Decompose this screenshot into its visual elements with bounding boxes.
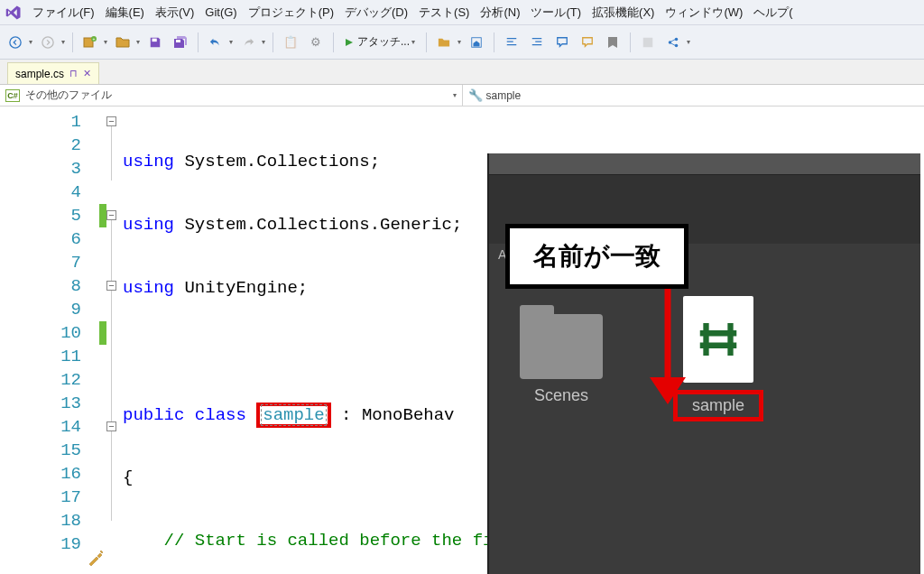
context-member-label: sample — [486, 89, 522, 102]
attach-button[interactable]: アタッチ... ▾ — [341, 32, 419, 51]
tab-row: sample.cs ⊓ ✕ — [0, 60, 924, 85]
menu-file[interactable]: ファイル(F) — [32, 5, 95, 21]
chevron-down-icon[interactable]: ▾ — [104, 38, 107, 46]
close-icon[interactable]: ✕ — [83, 68, 91, 79]
context-scope-dropdown[interactable]: C# その他のファイル ▾ — [0, 85, 463, 106]
menu-analyze[interactable]: 分析(N) — [480, 5, 520, 21]
annotation-callout: 名前が一致 — [505, 224, 688, 289]
chevron-down-icon[interactable]: ▾ — [687, 38, 690, 46]
fold-toggle[interactable]: − — [106, 421, 116, 431]
asset-label: Scenes — [534, 386, 588, 405]
outdent-button[interactable] — [527, 32, 547, 52]
nav-forward-button[interactable] — [38, 32, 58, 52]
annotation-arrow-icon — [632, 278, 704, 413]
csharp-icon: C# — [5, 89, 20, 102]
file-tab[interactable]: sample.cs ⊓ ✕ — [7, 62, 99, 84]
chevron-down-icon[interactable]: ▾ — [229, 38, 233, 46]
paste-button[interactable]: 📋 — [281, 32, 300, 52]
bookmark-button[interactable] — [603, 32, 623, 52]
chevron-down-icon[interactable]: ▾ — [29, 38, 32, 46]
asset-folder-scenes[interactable]: Scenes — [507, 314, 615, 421]
svg-rect-6 — [176, 40, 180, 42]
menu-bar: ファイル(F) 編集(E) 表示(V) Git(G) プロジェクト(P) デバッ… — [0, 0, 924, 25]
chevron-down-icon: ▾ — [411, 38, 415, 46]
home-button[interactable] — [467, 32, 486, 52]
fold-toggle[interactable]: − — [106, 210, 116, 220]
chevron-down-icon[interactable]: ▾ — [61, 38, 65, 46]
save-button[interactable] — [145, 32, 165, 52]
folder-button[interactable] — [434, 32, 454, 52]
outline-gutter: − − − − — [106, 106, 123, 574]
unity-asset-grid: Scenes sample — [489, 269, 920, 421]
menu-git[interactable]: Git(G) — [205, 5, 236, 19]
context-scope-label: その他のファイル — [25, 88, 112, 103]
chevron-down-icon: ▾ — [453, 91, 457, 99]
indent-button[interactable] — [502, 32, 522, 52]
menu-debug[interactable]: デバッグ(D) — [345, 5, 408, 21]
new-project-button[interactable]: + — [80, 32, 100, 52]
change-bar — [99, 106, 106, 574]
chevron-down-icon[interactable]: ▾ — [262, 38, 265, 46]
tab-filename: sample.cs — [15, 68, 64, 80]
svg-rect-5 — [152, 38, 157, 42]
toolbar: ▾ ▾ + ▾ ▾ ▾ ▾ 📋 ⚙ アタッチ... ▾ ▾ ▾ — [0, 25, 924, 60]
attach-label: アタッチ... — [357, 34, 410, 50]
menu-window[interactable]: ウィンドウ(W) — [665, 5, 743, 21]
chevron-down-icon[interactable]: ▾ — [136, 38, 140, 46]
comment-button[interactable] — [552, 32, 572, 52]
share-button[interactable] — [663, 32, 683, 52]
svg-text:+: + — [93, 36, 96, 42]
menu-project[interactable]: プロジェクト(P) — [248, 5, 334, 21]
nav-back-button[interactable] — [5, 32, 25, 52]
menu-help[interactable]: ヘルプ( — [753, 5, 792, 21]
uncomment-button[interactable] — [578, 32, 597, 52]
line-number-gutter: 12345678910111213141516171819 — [0, 106, 99, 574]
menu-test[interactable]: テスト(S) — [419, 5, 469, 21]
fold-toggle[interactable]: − — [106, 281, 116, 291]
folder-icon — [520, 314, 603, 379]
menu-extensions[interactable]: 拡張機能(X) — [592, 5, 654, 21]
context-bar: C# その他のファイル ▾ 🔧 sample — [0, 85, 924, 106]
unity-project-panel: As Scenes sample — [487, 153, 920, 574]
context-member-dropdown[interactable]: 🔧 sample — [463, 85, 925, 106]
svg-point-0 — [10, 36, 21, 47]
highlighted-classname: sample — [256, 403, 330, 428]
play-icon — [345, 38, 354, 47]
team-button[interactable] — [638, 32, 658, 52]
redo-button[interactable] — [238, 32, 258, 52]
config-button[interactable]: ⚙ — [306, 32, 326, 52]
menu-tools[interactable]: ツール(T) — [531, 5, 581, 21]
menu-edit[interactable]: 編集(E) — [106, 5, 144, 21]
undo-button[interactable] — [206, 32, 226, 52]
open-button[interactable] — [113, 32, 133, 52]
svg-point-1 — [42, 36, 53, 47]
wrench-icon: 🔧 — [468, 88, 483, 102]
screwdriver-icon[interactable] — [87, 549, 105, 567]
save-all-button[interactable] — [171, 32, 190, 52]
unity-tab-bar — [489, 153, 920, 175]
pin-icon[interactable]: ⊓ — [69, 68, 78, 79]
vs-logo-icon — [5, 5, 22, 21]
svg-rect-8 — [643, 37, 653, 47]
chevron-down-icon[interactable]: ▾ — [457, 38, 461, 46]
menu-view[interactable]: 表示(V) — [155, 5, 194, 21]
fold-toggle[interactable]: − — [106, 116, 116, 126]
